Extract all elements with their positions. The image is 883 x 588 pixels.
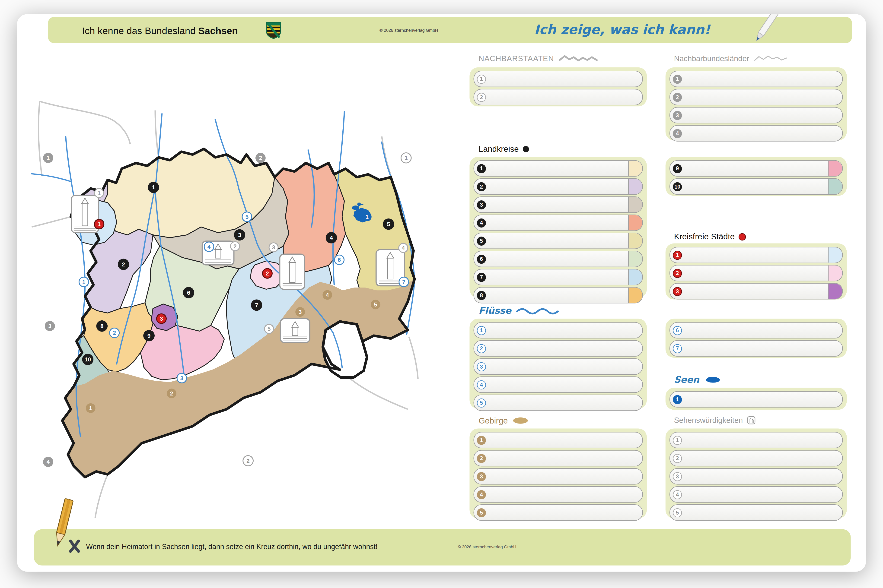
answer-field[interactable]: 1 [669, 432, 843, 448]
city-marker: 2 [262, 268, 272, 278]
neighbor-state-marker: 2 [256, 153, 266, 163]
field-number: 8 [477, 291, 486, 300]
field-number: 6 [477, 254, 486, 263]
color-swatch [628, 215, 642, 230]
answer-field[interactable]: 4 [474, 486, 643, 503]
color-swatch [628, 270, 642, 285]
field-number: 2 [673, 454, 682, 463]
field-number: 3 [477, 200, 486, 209]
border-zigzag-icon [558, 54, 600, 63]
field-number: 3 [673, 286, 682, 296]
landmark-engraving [280, 319, 310, 343]
svg-text:1: 1 [152, 184, 155, 190]
field-number: 1 [477, 435, 486, 445]
answer-field[interactable]: 1 [474, 432, 643, 448]
svg-text:4: 4 [208, 244, 211, 250]
answer-field[interactable]: 7 [669, 340, 843, 357]
svg-text:2: 2 [113, 330, 116, 336]
field-number: 4 [673, 490, 682, 499]
x-mark-icon [67, 538, 81, 553]
answer-field[interactable]: 4 [474, 214, 643, 231]
section-title-gebirge: Gebirge [479, 416, 529, 425]
answer-field[interactable]: 1 [669, 70, 843, 87]
field-number: 1 [477, 326, 486, 335]
district-marker: 5 [383, 219, 394, 230]
river-marker: 3 [177, 373, 187, 383]
field-number: 4 [477, 218, 486, 227]
panel-bundeslaender: 1234 [666, 68, 847, 140]
answer-field[interactable]: 2 [474, 340, 643, 357]
answer-field[interactable]: 5 [669, 504, 843, 521]
district-marker: 2 [118, 259, 129, 270]
answer-field[interactable]: 8 [474, 287, 643, 303]
district-marker: 7 [251, 299, 262, 310]
answer-field[interactable]: 1 [474, 322, 643, 339]
landmark-icon [747, 416, 755, 424]
section-title-fluesse: Flüsse [479, 305, 560, 316]
answer-field[interactable]: 2 [669, 450, 843, 466]
answer-field[interactable]: 3 [669, 468, 843, 484]
answer-field[interactable]: 3 [669, 107, 843, 123]
svg-text:1: 1 [82, 279, 86, 285]
worksheet-sheet: Ich kenne das Bundesland Sachsen © 2026 … [17, 14, 866, 572]
sight-marker: 4 [399, 243, 408, 252]
answer-field[interactable]: 1 [474, 160, 643, 177]
neighbor-state-marker: 3 [45, 321, 55, 331]
svg-text:4: 4 [47, 459, 50, 465]
answer-field[interactable]: 1 [669, 391, 843, 408]
answer-field[interactable]: 5 [474, 504, 643, 521]
sight-marker: 5 [265, 324, 274, 333]
answer-field[interactable]: 1 [669, 247, 843, 263]
river-marker: 6 [334, 255, 344, 265]
saxony-coat-of-arms-icon [266, 22, 281, 39]
svg-text:1: 1 [405, 155, 408, 161]
mountain-marker: 3 [295, 307, 305, 317]
color-swatch [828, 248, 842, 263]
header-bar: Ich kenne das Bundesland Sachsen © 2026 … [48, 17, 852, 43]
field-number: 4 [477, 490, 486, 499]
neighbor-country-marker: 1 [401, 153, 411, 163]
answer-field[interactable]: 7 [474, 269, 643, 285]
answer-field[interactable]: 1 [474, 70, 643, 87]
footer-bar: Wenn dein Heimatort in Sachsen liegt, da… [34, 529, 851, 565]
lake-blob-icon [703, 375, 721, 384]
answer-field[interactable]: 10 [669, 178, 843, 195]
answer-field[interactable]: 9 [669, 160, 843, 177]
color-swatch [828, 266, 842, 281]
answer-field[interactable]: 4 [669, 125, 843, 141]
bundeslaender-label: Nachbarbundesländer [674, 54, 749, 63]
landmark-engraving [280, 254, 305, 289]
field-number: 2 [477, 344, 486, 353]
answer-field[interactable]: 2 [669, 265, 843, 281]
field-number: 7 [477, 273, 486, 282]
answer-field[interactable]: 2 [474, 89, 643, 105]
footer-copyright: © 2026 sternchenverlag GmbH [457, 544, 516, 549]
answer-field[interactable]: 5 [474, 394, 643, 411]
answer-field[interactable]: 4 [669, 486, 843, 503]
field-number: 1 [477, 74, 486, 83]
answer-field[interactable]: 6 [474, 250, 643, 267]
staedte-label: Kreisfreie Städte [674, 232, 735, 241]
answer-field[interactable]: 3 [474, 358, 643, 375]
answer-field[interactable]: 2 [669, 89, 843, 105]
field-number: 1 [673, 250, 682, 260]
district-marker: 1 [148, 182, 159, 193]
answer-field[interactable]: 4 [474, 376, 643, 393]
answer-field[interactable]: 3 [669, 283, 843, 300]
answer-field[interactable]: 3 [474, 196, 643, 213]
answer-field[interactable]: 2 [474, 450, 643, 466]
answer-field[interactable]: 6 [669, 322, 843, 339]
field-number: 6 [673, 326, 682, 335]
color-swatch [828, 284, 842, 299]
field-number: 1 [673, 395, 682, 404]
gebirge-label: Gebirge [479, 416, 508, 425]
panel-sehenswuerdigkeiten: 12345 [666, 429, 847, 519]
section-title-bundeslaender: Nachbarbundesländer [674, 54, 789, 63]
answer-field[interactable]: 5 [474, 232, 643, 249]
section-title-sehenswuerdigkeiten: Sehenswürdigkeiten [674, 416, 755, 424]
svg-text:4: 4 [326, 292, 329, 298]
district-marker: 9 [143, 330, 155, 341]
answer-field[interactable]: 2 [474, 178, 643, 195]
color-swatch [628, 233, 642, 249]
answer-field[interactable]: 3 [474, 468, 643, 484]
